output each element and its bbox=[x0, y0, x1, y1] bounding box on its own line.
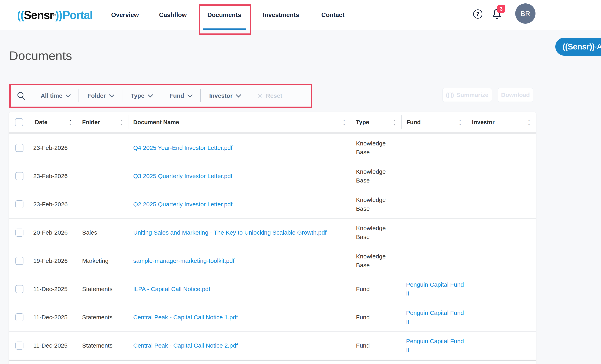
table-row: 23-Feb-2026 Q4 2025 Year-End Investor Le… bbox=[9, 134, 536, 162]
nav-item-contact[interactable]: Contact bbox=[321, 0, 344, 30]
table-row: 23-Feb-2026 Q3 2025 Quarterly Investor L… bbox=[9, 162, 536, 190]
nav-item-label: Overview bbox=[111, 11, 139, 19]
sensr-ai-logo: ((Sensr)) bbox=[562, 42, 595, 51]
cell-folder: Statements bbox=[77, 332, 128, 360]
filter-dropdown-label: Folder bbox=[87, 92, 106, 99]
fund-link[interactable]: Penguin Capital Fund II bbox=[406, 280, 467, 298]
sort-arrows[interactable]: ▲ ▼ bbox=[342, 119, 346, 126]
summarize-button[interactable]: (( )) Summarize bbox=[442, 88, 492, 102]
document-link[interactable]: Q3 2025 Quarterly Investor Letter.pdf bbox=[133, 172, 232, 181]
document-link[interactable]: Q2 2025 Quarterly Investor Letter.pdf bbox=[133, 200, 232, 209]
page-title: Documents bbox=[9, 49, 72, 63]
document-link[interactable]: Central Peak - Capital Call Notice 1.pdf bbox=[133, 313, 238, 322]
search-button[interactable] bbox=[11, 85, 32, 106]
top-navigation-bar: ((Sensr®))Portal OverviewCashflowDocumen… bbox=[0, 0, 601, 30]
cell-fund bbox=[402, 219, 467, 247]
row-checkbox[interactable] bbox=[15, 200, 23, 208]
row-checkbox[interactable] bbox=[15, 144, 23, 152]
sensr-ai-launcher-button[interactable]: ((Sensr))®AI bbox=[555, 38, 601, 56]
logo-product: Portal bbox=[62, 8, 92, 22]
nav-item-investments[interactable]: Investments bbox=[263, 0, 299, 30]
sensr-ai-mini-icon: (( )) bbox=[446, 91, 453, 98]
column-header-folder[interactable]: Folder ▲ ▼ bbox=[77, 112, 128, 132]
cell-document-name: Q3 2025 Quarterly Investor Letter.pdf bbox=[128, 162, 351, 190]
notification-badge: 3 bbox=[497, 5, 505, 13]
column-header-fund[interactable]: Fund ▲ ▼ bbox=[402, 112, 467, 132]
sort-arrows[interactable]: ▲ ▼ bbox=[120, 119, 123, 126]
chevron-down-icon bbox=[187, 92, 193, 98]
filter-dropdown-investor[interactable]: Investor bbox=[201, 85, 249, 106]
cell-folder: Statements bbox=[77, 303, 128, 331]
cell-folder bbox=[77, 162, 128, 190]
column-header-type[interactable]: Type ▲ ▼ bbox=[351, 112, 402, 132]
row-checkbox[interactable] bbox=[15, 172, 23, 180]
logo-paren-open: (( bbox=[17, 8, 24, 22]
document-link[interactable]: Central Peak - Capital Call Notice 2.pdf bbox=[133, 341, 238, 350]
table-row: 11-Dec-2025 Statements ILPA - Capital Ca… bbox=[9, 275, 536, 303]
sort-desc-icon: ▼ bbox=[393, 123, 396, 126]
cell-date: 11-Dec-2025 bbox=[30, 332, 77, 360]
document-link[interactable]: ILPA - Capital Call Notice.pdf bbox=[133, 285, 210, 293]
chevron-down-icon bbox=[236, 92, 241, 98]
sensr-portal-logo[interactable]: ((Sensr®))Portal bbox=[17, 0, 92, 30]
cell-investor bbox=[467, 219, 536, 247]
filter-dropdown-fund[interactable]: Fund bbox=[161, 85, 200, 106]
row-checkbox-cell bbox=[9, 303, 30, 331]
document-link[interactable]: sample-manager-marketing-toolkit.pdf bbox=[133, 256, 234, 265]
column-header-document-name[interactable]: Document Name ▲ ▼ bbox=[128, 112, 351, 132]
avatar[interactable]: BR bbox=[515, 3, 535, 24]
reset-filters-button[interactable]: × Reset bbox=[249, 92, 291, 100]
filter-dropdowns: All time Folder Type Fund Investor bbox=[32, 85, 249, 106]
download-button[interactable]: Download bbox=[498, 88, 533, 102]
column-header-investor[interactable]: Investor ▲ ▼ bbox=[467, 112, 536, 132]
document-link[interactable]: Q4 2025 Year-End Investor Letter.pdf bbox=[133, 143, 232, 152]
cell-date: 23-Feb-2026 bbox=[30, 162, 77, 190]
row-checkbox[interactable] bbox=[15, 313, 23, 321]
cell-fund bbox=[402, 190, 467, 218]
filter-dropdown-folder[interactable]: Folder bbox=[79, 85, 122, 106]
nav-item-overview[interactable]: Overview bbox=[111, 0, 139, 30]
nav-item-documents[interactable]: Documents bbox=[207, 0, 241, 30]
filter-dropdown-label: Type bbox=[131, 92, 144, 99]
notifications-button[interactable]: 3 bbox=[491, 8, 509, 24]
column-header-label: Date bbox=[35, 119, 48, 126]
cell-date: 20-Feb-2026 bbox=[30, 219, 77, 247]
row-checkbox-cell bbox=[9, 134, 30, 162]
avatar-initials: BR bbox=[521, 10, 530, 18]
row-checkbox[interactable] bbox=[15, 229, 23, 237]
column-header-date[interactable]: Date ▲ ▼ bbox=[30, 112, 77, 132]
sort-desc-icon: ▼ bbox=[69, 123, 72, 126]
type-text: Fund bbox=[356, 341, 370, 350]
fund-link[interactable]: Penguin Capital Fund II bbox=[406, 309, 467, 326]
cell-investor bbox=[467, 332, 536, 360]
row-checkbox[interactable] bbox=[15, 285, 23, 293]
nav-item-label: Cashflow bbox=[159, 11, 187, 19]
row-checkbox-cell bbox=[9, 162, 30, 190]
row-checkbox[interactable] bbox=[15, 342, 23, 350]
cell-date: 23-Feb-2026 bbox=[30, 134, 77, 162]
nav-item-cashflow[interactable]: Cashflow bbox=[159, 0, 187, 30]
sort-arrows[interactable]: ▲ ▼ bbox=[69, 119, 72, 126]
table-row: 19-Feb-2026 Marketing sample-manager-mar… bbox=[9, 247, 536, 275]
sort-arrows[interactable]: ▲ ▼ bbox=[528, 119, 531, 126]
sort-arrows[interactable]: ▲ ▼ bbox=[459, 119, 461, 126]
column-header-label: Document Name bbox=[133, 119, 179, 126]
document-link[interactable]: Uniting Sales and Marketing - The Key to… bbox=[133, 228, 327, 237]
summarize-label: Summarize bbox=[456, 91, 488, 98]
fund-link[interactable]: Penguin Capital Fund II bbox=[406, 337, 467, 354]
cell-folder bbox=[77, 134, 128, 162]
row-checkbox[interactable] bbox=[15, 257, 23, 265]
cell-date: 11-Dec-2025 bbox=[30, 275, 77, 303]
cell-type: Knowledge Base bbox=[351, 134, 402, 162]
filter-dropdown-all-time[interactable]: All time bbox=[32, 85, 79, 106]
sort-asc-icon: ▲ bbox=[69, 119, 72, 121]
sort-arrows[interactable]: ▲ ▼ bbox=[393, 119, 396, 126]
cell-type: Knowledge Base bbox=[351, 219, 402, 247]
cell-type: Fund bbox=[351, 275, 402, 303]
nav-item-label: Documents bbox=[207, 11, 241, 19]
help-icon[interactable]: ? bbox=[473, 10, 482, 19]
filter-dropdown-type[interactable]: Type bbox=[122, 85, 161, 106]
select-all-checkbox[interactable] bbox=[15, 118, 23, 126]
cell-type: Knowledge Base bbox=[351, 190, 402, 218]
table-bottom-divider bbox=[9, 360, 536, 361]
